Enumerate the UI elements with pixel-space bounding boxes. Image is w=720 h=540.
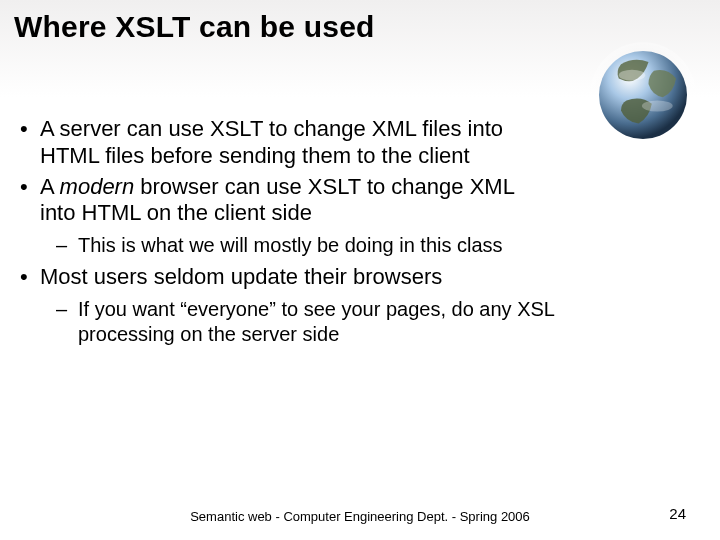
bullet-text: into HTML on the client side: [40, 200, 312, 225]
sub-bullet-item: If you want “everyone” to see your pages…: [40, 297, 706, 347]
svg-point-3: [642, 101, 673, 112]
bullet-text: browser can use XSLT to change XML: [134, 174, 515, 199]
sub-bullet-item: This is what we will mostly be doing in …: [40, 233, 706, 258]
sub-bullet-text: processing on the server side: [78, 323, 339, 345]
bullet-text: A: [40, 174, 60, 199]
bullet-text-emphasis: modern: [60, 174, 135, 199]
bullet-item: A server can use XSLT to change XML file…: [14, 116, 706, 170]
bullet-text: A server can use XSLT to change XML file…: [40, 116, 503, 141]
bullet-text: Most users seldom update their browsers: [40, 264, 442, 289]
bullet-item: A modern browser can use XSLT to change …: [14, 174, 706, 259]
svg-point-2: [619, 70, 645, 81]
slide-body: A server can use XSLT to change XML file…: [14, 116, 706, 353]
bullet-text: HTML files before sending them to the cl…: [40, 143, 470, 168]
sub-bullet-text: If you want “everyone” to see your pages…: [78, 298, 555, 320]
sub-bullet-text: This is what we will mostly be doing in …: [78, 234, 503, 256]
slide-title: Where XSLT can be used: [0, 0, 720, 44]
bullet-item: Most users seldom update their browsers …: [14, 264, 706, 347]
footer-text: Semantic web - Computer Engineering Dept…: [190, 509, 530, 524]
page-number: 24: [669, 505, 686, 522]
